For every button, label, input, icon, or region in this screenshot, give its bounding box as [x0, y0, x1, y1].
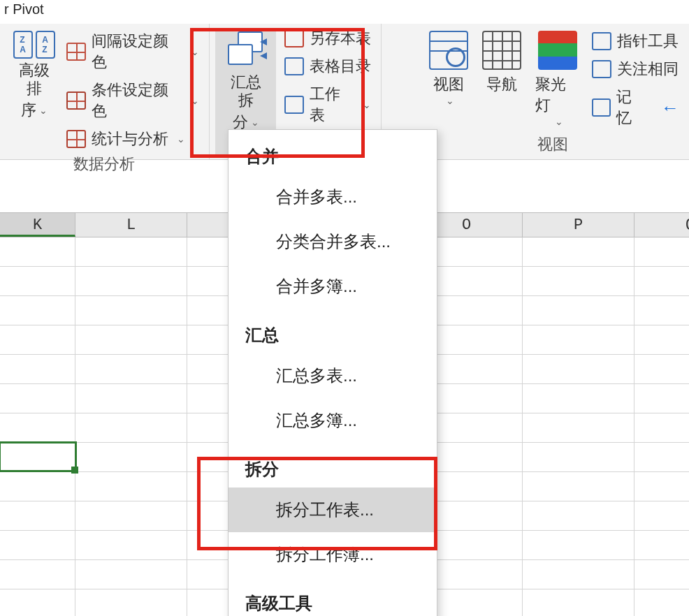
- dd-section-advanced: 高级工具: [229, 577, 437, 616]
- advanced-sort-button[interactable]: ZA AZ 高级排 序⌄: [6, 31, 62, 149]
- focus-same-button[interactable]: 关注相同: [592, 59, 679, 80]
- dd-item-split-worksheet[interactable]: 拆分工作表...: [229, 487, 437, 532]
- group-data-analysis: ZA AZ 高级排 序⌄ 间隔设定颜色 ⌄ 条件设定颜色 ⌄: [0, 24, 210, 159]
- fill-handle[interactable]: [71, 467, 78, 474]
- condition-icon: [66, 91, 86, 110]
- table-toc-label: 表格目录: [310, 56, 371, 77]
- summary-split-label-1: 汇总拆: [223, 73, 268, 110]
- save-as-icon: [284, 29, 304, 47]
- view-button[interactable]: 视图 ⌄: [422, 31, 475, 129]
- interval-color-button[interactable]: 间隔设定颜色 ⌄: [66, 31, 199, 73]
- chevron-down-icon: ⌄: [555, 116, 563, 127]
- sort-label-2: 序: [21, 101, 36, 119]
- group-label-analysis: 数据分析: [6, 149, 203, 176]
- save-as-table-label: 另存本表: [310, 28, 371, 49]
- memory-label: 记忆: [616, 87, 646, 129]
- pointer-tool-label: 指针工具: [617, 31, 679, 52]
- spotlight-button[interactable]: 聚光灯 ⌄: [528, 31, 588, 129]
- nav-button[interactable]: 导航: [475, 31, 528, 129]
- chevron-down-icon: ⌄: [446, 95, 454, 106]
- dd-section-merge: 合并: [229, 130, 437, 175]
- chevron-down-icon: ⌄: [363, 99, 371, 110]
- grid-icon: [66, 43, 86, 61]
- chevron-down-icon: ⌄: [177, 133, 185, 145]
- group-label-view: 视图: [422, 130, 683, 156]
- stats-icon: [66, 130, 86, 148]
- worksheet-icon: [284, 96, 304, 114]
- view-label: 视图: [433, 74, 464, 95]
- nav-icon: [482, 31, 521, 70]
- chevron-down-icon: ⌄: [191, 95, 199, 106]
- column-header-Q[interactable]: Q: [634, 213, 689, 237]
- focus-icon: [592, 60, 611, 78]
- memory-button[interactable]: 记忆 ←: [592, 87, 679, 129]
- app-title: r Pivot: [4, 1, 44, 17]
- pointer-tool-button[interactable]: 指针工具: [592, 31, 679, 52]
- arrow-left-icon: ←: [661, 97, 679, 119]
- sort-label-1: 高级排: [11, 61, 57, 98]
- sort-icon: ZA AZ: [13, 31, 55, 59]
- table-toc-button[interactable]: 表格目录: [284, 56, 371, 77]
- analysis-list: 间隔设定颜色 ⌄ 条件设定颜色 ⌄ 统计与分析 ⌄: [62, 31, 203, 149]
- active-cell[interactable]: [0, 441, 77, 472]
- conditional-color-button[interactable]: 条件设定颜色 ⌄: [66, 80, 199, 122]
- summary-split-dropdown: 合并 合并多表... 分类合并多表... 合并多簿... 汇总 汇总多表... …: [228, 129, 437, 616]
- interval-color-label: 间隔设定颜色: [92, 31, 182, 73]
- worksheet-button[interactable]: 工作表 ⌄: [284, 84, 371, 126]
- view-icon: [429, 31, 468, 70]
- spotlight-icon: [538, 31, 577, 70]
- dd-item-merge-tables[interactable]: 合并多表...: [229, 175, 437, 219]
- stats-analysis-label: 统计与分析: [92, 129, 168, 149]
- title-bar: r Pivot: [0, 0, 689, 24]
- column-header-K[interactable]: K: [0, 213, 75, 237]
- group-view: 视图 ⌄ 导航 聚光灯 ⌄ 指针工具: [416, 24, 689, 159]
- column-header-P[interactable]: P: [523, 213, 634, 237]
- stats-analysis-button[interactable]: 统计与分析 ⌄: [66, 129, 199, 149]
- dd-item-category-merge[interactable]: 分类合并多表...: [229, 219, 437, 264]
- dd-section-summary: 汇总: [229, 309, 437, 353]
- column-header-L[interactable]: L: [75, 213, 187, 237]
- conditional-color-label: 条件设定颜色: [92, 80, 182, 122]
- dd-section-split: 拆分: [229, 443, 437, 487]
- pointer-icon: [592, 32, 611, 50]
- view-far-list: 指针工具 关注相同 记忆 ←: [588, 31, 683, 129]
- dd-item-merge-workbooks[interactable]: 合并多簿...: [229, 264, 437, 309]
- dd-item-summary-tables[interactable]: 汇总多表...: [229, 353, 437, 398]
- toc-icon: [284, 57, 304, 75]
- spotlight-label: 聚光灯: [535, 74, 581, 116]
- chevron-down-icon: ⌄: [251, 117, 259, 129]
- dd-item-split-workbook[interactable]: 拆分工作簿...: [229, 532, 437, 577]
- save-as-table-button[interactable]: 另存本表: [284, 28, 371, 49]
- dd-item-summary-workbooks[interactable]: 汇总多簿...: [229, 398, 437, 443]
- chevron-down-icon: ⌄: [191, 46, 199, 57]
- focus-same-label: 关注相同: [617, 59, 679, 80]
- chevron-down-icon: ⌄: [39, 105, 48, 117]
- worksheet-label: 工作表: [310, 84, 355, 126]
- nav-label: 导航: [486, 74, 517, 95]
- memory-icon: [592, 98, 611, 117]
- split-icon: [228, 31, 264, 71]
